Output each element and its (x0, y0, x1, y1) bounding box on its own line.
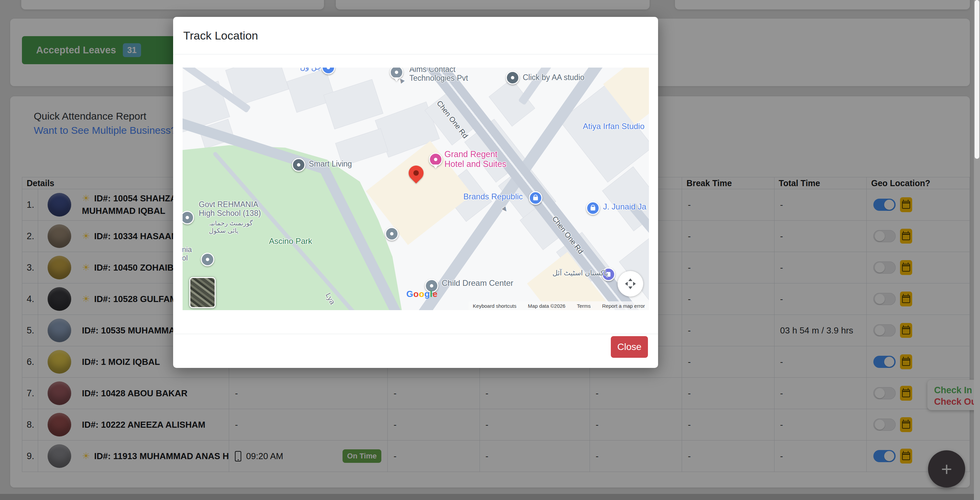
close-button[interactable]: Close (611, 336, 648, 358)
google-logo-letter: g (425, 289, 430, 299)
google-logo-letter: o (419, 289, 424, 299)
google-logo-letter: e (433, 289, 438, 299)
brands-republic-bag-marker-icon[interactable] (529, 191, 542, 205)
map-attribution-bar: Keyboard shortcuts Map data ©2026 Terms … (469, 301, 649, 310)
govt-rehmania-school-urdu-label: گورنمنٹ رحمانیہہائی سکول (209, 220, 253, 235)
terms-link[interactable]: Terms (577, 303, 590, 309)
google-logo-letter: G (406, 289, 414, 299)
chan-one-urdu-label: چن ون (300, 67, 321, 71)
satellite-view-thumbnail[interactable] (189, 277, 216, 308)
aims-contact-label: Aims ContactTechnologies Pvt (409, 67, 468, 83)
modal-header-divider (173, 54, 658, 54)
google-logo[interactable]: Google (406, 289, 438, 299)
modal-title: Track Location (183, 29, 258, 42)
smart-living-label: Smart Living (309, 160, 352, 168)
atiya-irfan-studio-label: Atiya Irfan Studio (583, 121, 644, 131)
grand-regent-hotel-label: Grand RegentHotel and Suites (444, 149, 506, 169)
keyboard-shortcuts-link[interactable]: Keyboard shortcuts (473, 303, 516, 309)
j-junaid-label: J. Junaid Ja (603, 202, 646, 211)
map-canvas[interactable]: Aims ContactTechnologies PvtClick by AA … (183, 67, 649, 310)
edge-school-label: aniaool (183, 245, 192, 262)
google-logo-letter: o (414, 289, 419, 299)
child-dream-center-label: Child Dream Center (442, 278, 513, 288)
grand-regent-hotel-marker-icon[interactable] (429, 153, 442, 166)
smart-living-marker-icon[interactable] (292, 158, 305, 172)
vertical-scrollbar[interactable] (974, 0, 980, 500)
fullscreen-arrows-icon (624, 278, 636, 290)
mid-school-marker-icon[interactable] (385, 227, 399, 241)
vertical-scrollbar-thumb[interactable] (975, 0, 979, 159)
map-base-layer: Aims ContactTechnologies PvtClick by AA … (183, 67, 649, 310)
map-data-copyright: Map data ©2026 (528, 303, 565, 309)
map-building (323, 79, 383, 129)
fullscreen-control[interactable] (617, 271, 643, 297)
track-location-modal: Track Location Aims ContactTechnologies … (173, 17, 658, 368)
j-junaid-bag-marker-icon[interactable] (586, 201, 600, 215)
pakistan-state-oil-urdu-label: پاکستان اسٹیٹ آئل (552, 269, 608, 277)
brands-republic-label: Brands Republic (463, 192, 523, 201)
edge-school-marker-icon[interactable] (201, 253, 214, 266)
report-map-error-link[interactable]: Report a map error (602, 303, 645, 309)
ascino-park-label: Ascino Park (269, 236, 312, 246)
govt-rehmania-school-label: Govt REHMANIAHigh School (138) (199, 200, 261, 218)
google-logo-letter: l (430, 289, 433, 299)
click-aa-studio-marker-icon[interactable] (506, 71, 519, 85)
click-aa-studio-label: Click by AA studio (523, 73, 584, 82)
